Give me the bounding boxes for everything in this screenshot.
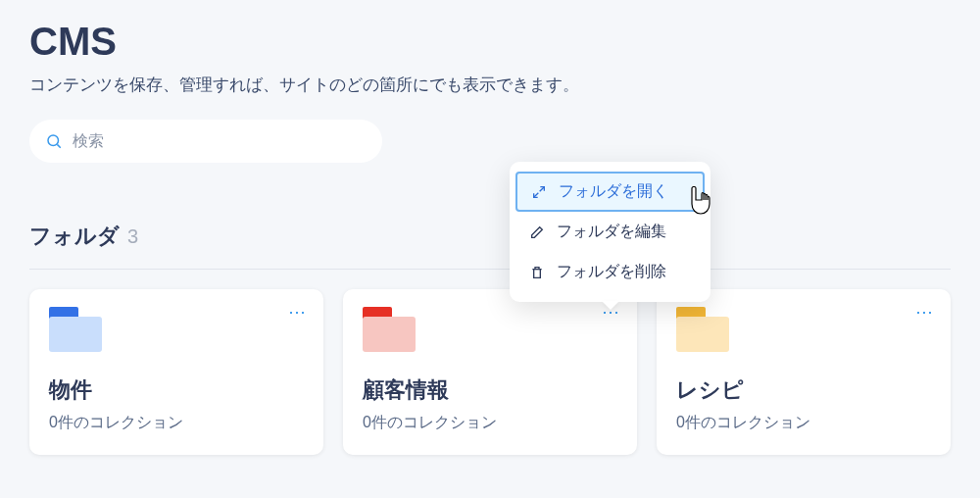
more-icon[interactable]: ⋯ bbox=[288, 303, 308, 321]
more-icon[interactable]: ⋯ bbox=[915, 303, 935, 321]
section-count: 3 bbox=[127, 225, 138, 248]
search-input[interactable] bbox=[29, 120, 382, 163]
svg-line-3 bbox=[534, 192, 539, 197]
svg-line-1 bbox=[57, 144, 60, 147]
section-title: フォルダ bbox=[29, 222, 120, 251]
folder-name: 物件 bbox=[49, 375, 304, 405]
folder-icon bbox=[676, 307, 729, 350]
folder-name: 顧客情報 bbox=[363, 375, 617, 405]
cursor-pointer-icon bbox=[684, 186, 711, 218]
search-icon bbox=[45, 132, 63, 150]
svg-point-0 bbox=[48, 135, 59, 146]
section-header: フォルダ 3 bbox=[29, 222, 951, 251]
pencil-icon bbox=[529, 224, 545, 240]
menu-open-folder[interactable]: フォルダを開く bbox=[515, 172, 705, 212]
folder-icon bbox=[363, 307, 416, 350]
folder-sub: 0件のコレクション bbox=[49, 413, 304, 433]
menu-label: フォルダを編集 bbox=[557, 222, 666, 242]
folder-name: レシピ bbox=[676, 375, 931, 405]
folder-card[interactable]: ⋯ 物件 0件のコレクション bbox=[29, 289, 323, 455]
menu-label: フォルダを削除 bbox=[557, 262, 666, 282]
divider bbox=[29, 269, 951, 270]
folder-cards: ⋯ 物件 0件のコレクション ⋯ 顧客情報 0件のコレクション ⋯ レシピ 0件… bbox=[29, 289, 951, 455]
svg-line-2 bbox=[540, 186, 545, 191]
page-subtitle: コンテンツを保存、管理すれば、サイトのどの箇所にでも表示できます。 bbox=[29, 74, 951, 96]
menu-edit-folder[interactable]: フォルダを編集 bbox=[510, 212, 710, 252]
search-wrapper bbox=[29, 120, 382, 163]
trash-icon bbox=[529, 265, 545, 280]
page-title: CMS bbox=[29, 20, 951, 64]
menu-delete-folder[interactable]: フォルダを削除 bbox=[510, 252, 710, 292]
expand-icon bbox=[531, 184, 547, 200]
menu-label: フォルダを開く bbox=[559, 181, 668, 202]
folder-icon bbox=[49, 307, 102, 350]
folder-sub: 0件のコレクション bbox=[363, 413, 617, 433]
folder-card[interactable]: ⋯ レシピ 0件のコレクション bbox=[657, 289, 951, 455]
context-menu: フォルダを開く フォルダを編集 フォルダを削除 bbox=[510, 162, 710, 302]
folder-card[interactable]: ⋯ 顧客情報 0件のコレクション bbox=[343, 289, 637, 455]
folder-sub: 0件のコレクション bbox=[676, 413, 931, 433]
